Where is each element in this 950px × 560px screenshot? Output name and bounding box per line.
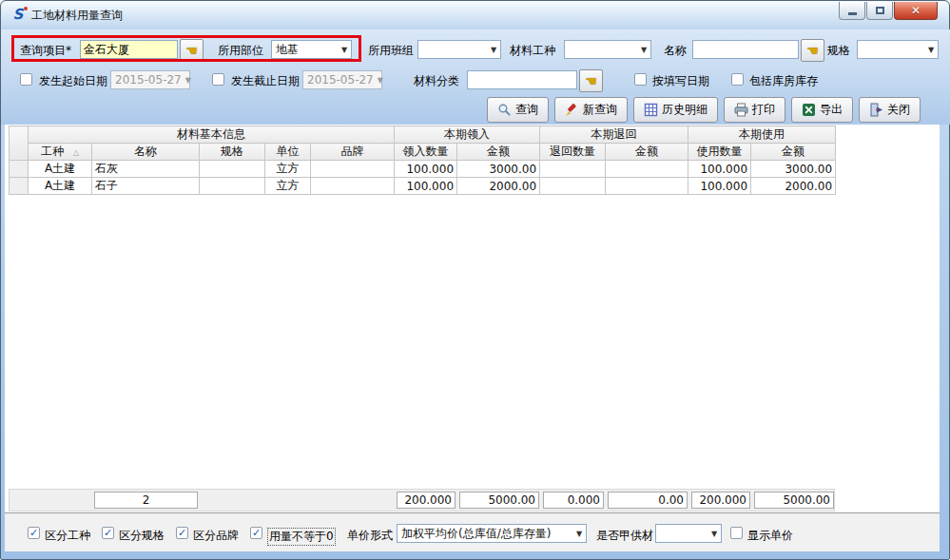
col-header-spec[interactable]: 规格	[200, 144, 265, 161]
end-date-label: 发生截止日期	[231, 73, 300, 89]
price-form-select[interactable]: 加权平均价(总库值/总库存量) ▼	[397, 524, 587, 543]
project-picker-button[interactable]: ☚	[180, 39, 204, 62]
end-date-picker[interactable]: 2015-05-27 ▼	[302, 70, 382, 89]
excel-icon	[802, 103, 816, 117]
name-picker-button[interactable]: ☚	[801, 39, 824, 62]
col-header-recv-qty[interactable]: 领入数量	[395, 144, 457, 161]
summary-used-amount: 5000.00	[754, 492, 834, 509]
spec-label: 规格	[827, 43, 850, 59]
col-header-ret-qty[interactable]: 退回数量	[540, 144, 606, 161]
split-spec-checkbox[interactable]	[102, 527, 114, 539]
search-button[interactable]: 查询	[487, 97, 549, 123]
split-brand-checkbox[interactable]	[176, 527, 188, 539]
spec-select[interactable]: ▼	[857, 40, 939, 59]
summary-bar: 2 200.000 5000.00 0.000 0.00 200.000 500…	[9, 489, 835, 512]
close-window-button[interactable]: 关闭	[859, 97, 921, 123]
split-brand-label: 区分品牌	[193, 528, 239, 544]
start-date-picker[interactable]: 2015-05-27 ▼	[110, 70, 190, 89]
chevron-down-icon: ▼	[572, 530, 586, 538]
col-header-unit[interactable]: 单位	[265, 144, 311, 161]
exit-door-icon	[869, 103, 883, 117]
start-date-checkbox[interactable]	[20, 73, 32, 86]
material-trade-select[interactable]: ▼	[564, 40, 651, 59]
minimize-button[interactable]	[839, 2, 865, 20]
by-fill-date-label: 按填写日期	[652, 73, 709, 89]
start-date-label: 发生起始日期	[39, 73, 107, 89]
team-select[interactable]: ▼	[417, 40, 501, 59]
search-icon	[497, 103, 512, 117]
summary-used-qty: 200.000	[691, 492, 750, 509]
show-unit-price-checkbox[interactable]	[730, 527, 743, 539]
history-detail-button[interactable]: 历史明细	[633, 97, 718, 123]
end-date-checkbox[interactable]	[212, 73, 224, 86]
group-header-row: 材料基本信息 本期领入 本期退回 本期使用	[10, 126, 836, 144]
group-basic-info: 材料基本信息	[29, 126, 395, 144]
split-trade-checkbox[interactable]	[28, 527, 40, 539]
hand-pointer-icon: ☚	[185, 44, 198, 57]
material-category-input[interactable]	[467, 70, 577, 89]
split-spec-label: 区分规格	[119, 528, 165, 544]
hand-pointer-icon: ☚	[585, 74, 597, 87]
maximize-button[interactable]	[866, 2, 893, 20]
name-input[interactable]	[692, 40, 799, 59]
hand-pointer-icon: ☚	[806, 44, 819, 57]
title-bar[interactable]: S 工地材料用量查询 ✕	[1, 1, 949, 30]
project-label: 查询项目*	[20, 43, 71, 59]
query-panel: 查询项目* ☚ 所用部位 地基 ▼ 所用班组 ▼ 材料工种 ▼ 名称 ☚ 规格 …	[1, 29, 950, 125]
row-selector[interactable]	[10, 161, 29, 178]
summary-row-count: 2	[94, 492, 198, 509]
col-header-ret-amt[interactable]: 金额	[606, 144, 688, 161]
col-header-name[interactable]: 名称	[92, 144, 200, 161]
col-header-use-amt[interactable]: 金额	[751, 144, 836, 161]
chevron-down-icon: ▼	[708, 530, 721, 538]
name-label: 名称	[664, 43, 687, 59]
part-select[interactable]: 地基 ▼	[271, 40, 352, 59]
toolbar: 查询 新查询 历史明细 打印 导出 关闭	[1, 97, 921, 121]
chevron-down-icon: ▼	[637, 46, 650, 54]
col-header-brand[interactable]: 品牌	[311, 144, 395, 161]
usage-nonzero-label: 用量不等于0	[267, 528, 336, 546]
summary-received-amount: 5000.00	[459, 492, 539, 509]
table-row[interactable]: A土建 石子 立方 100.000 2000.00 100.000 2000.0…	[10, 178, 836, 195]
by-fill-date-checkbox[interactable]	[634, 73, 647, 86]
material-trade-label: 材料工种	[510, 43, 555, 59]
show-unit-price-label: 显示单价	[747, 528, 793, 544]
new-search-button[interactable]: 新查询	[554, 97, 628, 123]
group-returned: 本期退回	[540, 126, 688, 144]
maximize-icon	[876, 7, 884, 14]
group-received: 本期领入	[395, 126, 540, 144]
row-selector[interactable]	[10, 178, 29, 195]
usage-nonzero-checkbox[interactable]	[250, 527, 262, 539]
chevron-down-icon: ▼	[374, 76, 387, 85]
include-stock-checkbox[interactable]	[731, 73, 744, 86]
project-input[interactable]	[80, 40, 178, 59]
category-picker-button[interactable]: ☚	[579, 69, 603, 92]
close-button[interactable]: ✕	[894, 2, 938, 20]
group-used: 本期使用	[688, 126, 836, 144]
team-label: 所用班组	[368, 43, 414, 59]
materials-table: 材料基本信息 本期领入 本期退回 本期使用 工种△ 名称 规格 单位 品牌 领入…	[9, 126, 836, 195]
price-form-label: 单价形式	[347, 528, 393, 544]
summary-received-qty: 200.000	[397, 492, 456, 509]
chevron-down-icon: ▼	[338, 46, 351, 54]
summary-returned-amount: 0.00	[608, 492, 688, 509]
col-header-trade[interactable]: 工种△	[29, 144, 92, 161]
app-window: S 工地材料用量查询 ✕ 查询项目* ☚ 所用部位 地基 ▼ 所用班组 ▼ 材料…	[0, 0, 950, 560]
close-icon: ✕	[911, 4, 921, 17]
brush-icon	[565, 103, 579, 117]
grid-area: 材料基本信息 本期领入 本期退回 本期使用 工种△ 名称 规格 单位 品牌 领入…	[5, 125, 940, 551]
export-button[interactable]: 导出	[791, 97, 853, 123]
printer-icon	[734, 103, 748, 117]
table-row[interactable]: A土建 石灰 立方 100.000 3000.00 100.000 3000.0…	[10, 161, 836, 178]
chevron-down-icon: ▼	[487, 46, 500, 54]
row-selector-header	[10, 126, 29, 161]
chevron-down-icon: ▼	[924, 46, 938, 54]
chevron-down-icon: ▼	[182, 76, 195, 85]
col-header-recv-amt[interactable]: 金额	[457, 144, 540, 161]
window-title: 工地材料用量查询	[31, 8, 123, 24]
owner-supplied-select[interactable]: ▼	[655, 524, 722, 543]
print-button[interactable]: 打印	[724, 97, 785, 123]
split-trade-label: 区分工种	[45, 528, 90, 544]
col-header-use-qty[interactable]: 使用数量	[688, 144, 751, 161]
owner-supplied-label: 是否甲供材	[596, 528, 653, 544]
